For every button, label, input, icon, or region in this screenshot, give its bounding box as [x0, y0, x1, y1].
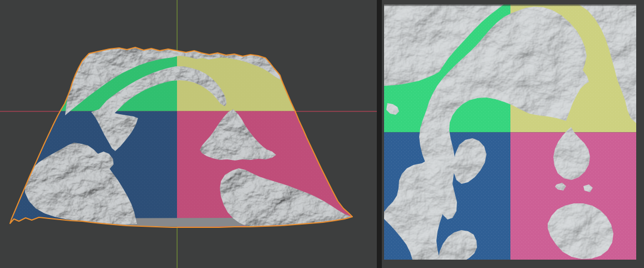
blender-workspace: [0, 0, 644, 268]
viewport-3d-canvas[interactable]: [0, 0, 377, 268]
image-editor-panel[interactable]: [382, 0, 644, 268]
image-top-edge: [384, 4, 636, 6]
panel-divider: [377, 0, 382, 268]
panel-divider-handle[interactable]: [377, 0, 382, 268]
viewport-3d-panel[interactable]: [0, 0, 377, 268]
image-view-canvas[interactable]: [382, 0, 644, 268]
terrain-map-image[interactable]: [384, 4, 636, 260]
